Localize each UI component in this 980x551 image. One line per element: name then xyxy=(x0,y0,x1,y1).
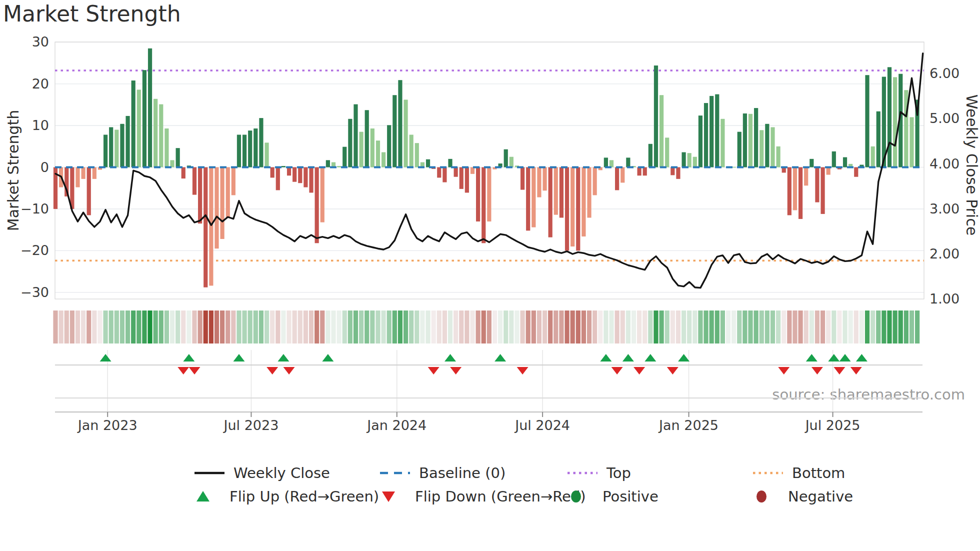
flip-down-marker xyxy=(428,367,440,374)
strength-bar xyxy=(126,116,130,168)
legend-triangle-down xyxy=(382,492,395,502)
strength-bar xyxy=(360,132,364,168)
heatmap-cell xyxy=(120,310,124,344)
right-tick-label: 4.00 xyxy=(930,156,960,172)
heatmap-cell xyxy=(754,310,758,344)
strength-bar xyxy=(748,114,752,168)
legend-label: Weekly Close xyxy=(234,464,330,482)
strength-bar xyxy=(704,103,708,167)
strength-bar xyxy=(476,168,480,222)
heatmap-cell xyxy=(264,310,269,344)
heatmap-cell xyxy=(720,310,725,344)
marker-band: Jan 2023Jul 2023Jan 2024Jul 2024Jan 2025… xyxy=(55,350,922,433)
heatmap-cell xyxy=(259,310,264,344)
heatmap-cell xyxy=(186,310,191,344)
strength-bar xyxy=(276,168,280,190)
heatmap-cell xyxy=(520,310,524,344)
heatmap-cell xyxy=(582,310,586,344)
strength-bar xyxy=(648,144,652,168)
strength-bar xyxy=(148,48,152,168)
heatmap-cell xyxy=(576,310,580,344)
strength-bar xyxy=(82,168,86,179)
strength-bar xyxy=(565,168,569,251)
heatmap-cell xyxy=(464,310,469,344)
strength-bar xyxy=(871,146,875,168)
right-tick-label: 5.00 xyxy=(930,110,960,126)
strength-bar xyxy=(92,168,96,179)
flip-up-marker xyxy=(322,354,334,362)
market-strength-chart: Market Strength Market Strength Weekly C… xyxy=(0,0,980,551)
heatmap-cell xyxy=(136,310,141,344)
strength-bar xyxy=(392,95,396,167)
strength-bar xyxy=(410,134,414,167)
heatmap-cell xyxy=(198,310,202,344)
strength-bar xyxy=(670,168,674,176)
heatmap-cell xyxy=(426,310,430,344)
strength-bar xyxy=(248,130,252,167)
strength-bar xyxy=(387,125,391,167)
strength-bar xyxy=(120,124,124,168)
heatmap-cell xyxy=(387,310,392,344)
strength-bar xyxy=(482,168,486,244)
heatmap-cell xyxy=(898,310,903,344)
heatmap-cell xyxy=(542,310,547,344)
heatmap-cell xyxy=(910,310,914,344)
heatmap-cell xyxy=(376,310,380,344)
heatmap-cell xyxy=(659,310,664,344)
heatmap-cell xyxy=(81,310,86,344)
heatmap-cell xyxy=(570,310,575,344)
heatmap-cell xyxy=(882,310,886,344)
heatmap-cell xyxy=(598,310,602,344)
right-tick-label: 1.00 xyxy=(930,291,960,306)
strength-bar xyxy=(109,127,113,167)
strength-bar xyxy=(365,110,369,167)
strength-bar xyxy=(315,168,319,244)
heatmap-cell xyxy=(742,310,747,344)
strength-bar xyxy=(226,168,230,218)
strength-bar xyxy=(826,168,830,175)
heatmap-cell xyxy=(432,310,436,344)
strength-bar xyxy=(793,168,797,210)
heatmap-cell xyxy=(53,310,58,344)
chart-canvas: Jan 2023Jul 2023Jan 2024Jul 2024Jan 2025… xyxy=(0,0,980,551)
left-tick-label: 30 xyxy=(32,34,49,50)
heatmap-cell xyxy=(592,310,597,344)
strength-bar xyxy=(893,77,897,167)
heatmap-cell xyxy=(665,310,670,344)
heatmap-cell xyxy=(64,310,69,344)
x-tick-label: Jul 2023 xyxy=(222,418,278,433)
strength-bar xyxy=(526,168,530,231)
strength-bar xyxy=(587,168,591,218)
strength-bar xyxy=(615,168,619,190)
strength-bar xyxy=(876,112,880,168)
heatmap-cell xyxy=(398,310,402,344)
strength-bar xyxy=(620,168,624,183)
legend-circle xyxy=(571,490,581,502)
flip-down-marker xyxy=(284,367,295,374)
strength-bar xyxy=(676,168,680,179)
strength-bar xyxy=(698,116,702,167)
heatmap-cell xyxy=(76,310,80,344)
strength-bar xyxy=(593,168,597,196)
right-tick-label: 3.00 xyxy=(930,201,960,216)
heatmap-cell xyxy=(236,310,241,344)
heatmap-cell xyxy=(414,310,419,344)
strength-bar xyxy=(470,168,474,174)
strength-bar xyxy=(304,168,308,188)
strength-bar xyxy=(348,119,352,168)
strength-bar xyxy=(214,168,218,249)
heatmap-cell xyxy=(448,310,452,344)
heatmap-cell xyxy=(915,310,920,344)
heatmap-cell xyxy=(637,310,642,344)
strength-bar xyxy=(287,168,291,176)
heatmap-cell xyxy=(103,310,108,344)
strength-bar xyxy=(87,168,91,216)
heatmap-cell xyxy=(314,310,319,344)
strength-bar xyxy=(320,168,324,222)
heatmap-cell xyxy=(181,310,186,344)
heatmap-cell xyxy=(381,310,386,344)
heatmap-cell xyxy=(532,310,536,344)
strength-bar xyxy=(865,75,869,167)
legend-label: Negative xyxy=(788,488,853,505)
heatmap-cell xyxy=(164,310,169,344)
